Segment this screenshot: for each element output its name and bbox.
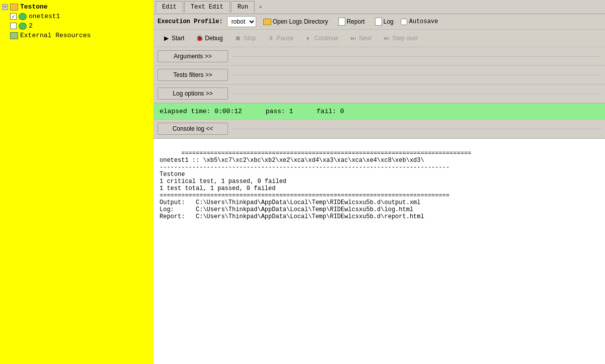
tab-text-edit[interactable]: Text Edit: [184, 1, 230, 13]
tests-filters-section: Tests filters >>: [154, 66, 605, 84]
stop-button[interactable]: ⏹ Stop: [230, 32, 261, 45]
arguments-section: Arguments >>: [154, 47, 605, 66]
log-options-section: Log options >>: [154, 84, 605, 103]
start-button[interactable]: ▶ Start: [158, 32, 189, 45]
report-button[interactable]: Report: [335, 17, 368, 27]
console-text: ========================================…: [160, 150, 471, 220]
ext-icon: [10, 32, 18, 39]
pass-count: pass: 1: [266, 108, 293, 115]
tab-edit[interactable]: Edit: [156, 1, 183, 13]
tree-root[interactable]: − Testone: [2, 2, 152, 12]
tree-label-onetest1: onetest1: [29, 13, 60, 20]
console-log-button[interactable]: Console log <<: [158, 123, 228, 135]
sidebar: − Testone ✓ onetest1 2 External Resource…: [0, 0, 154, 364]
exec-profile-select[interactable]: robot: [227, 16, 256, 27]
report-label: Report: [347, 18, 365, 25]
arguments-button[interactable]: Arguments >>: [158, 50, 228, 62]
fail-count: fail: 0: [317, 108, 344, 115]
tree-item-2[interactable]: 2: [10, 21, 152, 31]
log-label: Log: [384, 18, 394, 25]
step-over-button[interactable]: ⏭ Step over: [378, 32, 422, 45]
debug-icon: 🐞: [195, 34, 203, 42]
elapsed-time: elapsed time: 0:00:12: [160, 108, 242, 115]
arguments-label: Arguments >>: [174, 53, 211, 60]
folder-icon: [10, 4, 18, 11]
next-button[interactable]: ⏭ Next: [345, 32, 376, 45]
autosave-checkbox[interactable]: [401, 19, 407, 25]
main-panel: Edit Text Edit Run ✕ Execution Profile: …: [154, 0, 605, 364]
exec-profile-label: Execution Profile:: [158, 18, 223, 25]
pause-icon: ⏸: [267, 34, 275, 42]
arguments-line: [232, 56, 601, 57]
tree-label-2: 2: [29, 22, 33, 30]
tree-item-onetest1[interactable]: ✓ onetest1: [10, 12, 152, 21]
tree-item-external[interactable]: External Resources: [10, 31, 152, 40]
continue-icon: ⏵: [305, 34, 313, 42]
pause-button[interactable]: ⏸ Pause: [262, 32, 298, 45]
log-icon: [375, 18, 382, 26]
report-icon: [338, 18, 345, 26]
collapse-icon[interactable]: −: [2, 4, 8, 10]
next-icon: ⏭: [349, 34, 357, 42]
debug-label: Debug: [205, 35, 222, 42]
log-button[interactable]: Log: [372, 17, 397, 27]
continue-button[interactable]: ⏵ Continue: [300, 32, 343, 45]
log-options-line: [232, 94, 601, 94]
console-line: [232, 129, 601, 129]
content-area: Arguments >> Tests filters >> Log option…: [154, 47, 605, 364]
tests-filters-label: Tests filters >>: [173, 71, 212, 78]
pause-label: Pause: [276, 35, 293, 42]
run-toolbar: ▶ Start 🐞 Debug ⏹ Stop ⏸ Pause ⏵ Continu…: [154, 30, 605, 47]
start-icon: ▶: [162, 34, 170, 42]
step-over-icon: ⏭: [383, 34, 391, 42]
step-over-label: Step over: [392, 35, 418, 42]
console-log-label: Console log <<: [173, 125, 213, 132]
test-icon-2: [19, 23, 27, 30]
status-bar: elapsed time: 0:00:12 pass: 1 fail: 0: [154, 103, 605, 120]
stop-label: Stop: [244, 35, 256, 42]
open-logs-button[interactable]: Open Logs Directory: [260, 17, 331, 26]
tree-root-label: Testone: [20, 3, 48, 11]
next-label: Next: [359, 35, 371, 42]
checkbox-onetest1[interactable]: ✓: [10, 13, 17, 20]
continue-label: Continue: [314, 35, 338, 42]
checkbox-2[interactable]: [10, 23, 17, 29]
log-options-button[interactable]: Log options >>: [158, 87, 228, 100]
tree-label-external: External Resources: [20, 32, 91, 39]
log-options-label: Log options >>: [173, 90, 212, 97]
stop-icon: ⏹: [234, 34, 242, 42]
tab-edit-label: Edit: [162, 4, 177, 11]
start-label: Start: [172, 35, 184, 42]
tab-run-label: Run: [238, 4, 249, 11]
console-output: ========================================…: [154, 138, 605, 364]
debug-button[interactable]: 🐞 Debug: [191, 32, 227, 45]
folder-icon-btn: [263, 19, 271, 25]
tab-close-icon[interactable]: ✕: [256, 3, 265, 11]
open-logs-label: Open Logs Directory: [273, 18, 328, 25]
console-row: Console log <<: [154, 120, 605, 138]
test-icon-onetest1: [19, 13, 27, 20]
execution-toolbar: Execution Profile: robot Open Logs Direc…: [154, 14, 605, 30]
tab-text-edit-label: Text Edit: [191, 4, 223, 11]
autosave-label: Autosave: [409, 18, 438, 25]
tab-run[interactable]: Run: [231, 1, 255, 13]
tests-filters-button[interactable]: Tests filters >>: [158, 69, 228, 81]
tab-bar: Edit Text Edit Run ✕: [154, 0, 605, 14]
tests-filters-line: [232, 75, 601, 75]
autosave-container: Autosave: [401, 18, 438, 25]
